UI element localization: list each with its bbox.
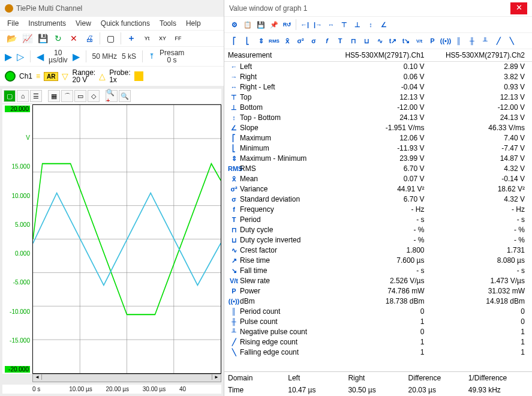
variance-icon[interactable]: σ²: [294, 34, 307, 47]
timebase-dec-icon[interactable]: ◀: [37, 51, 44, 62]
pin-icon[interactable]: 📌: [267, 18, 281, 31]
measure-icon: σ: [228, 195, 240, 204]
horizontal-scrollbar[interactable]: ◄ ►: [32, 374, 221, 382]
record-length[interactable]: 5 kS: [122, 52, 136, 61]
graph-home-icon[interactable]: ⌂: [17, 90, 29, 102]
min-icon[interactable]: ⎣: [241, 34, 254, 47]
period-icon[interactable]: T: [333, 34, 347, 47]
chart-open-icon[interactable]: 📈: [20, 32, 34, 45]
rise-icon[interactable]: t↗: [386, 34, 399, 47]
cursor-bottom-icon[interactable]: ⊥: [351, 18, 364, 31]
measure-value-ch1: 24.13 V: [336, 113, 437, 122]
menu-instruments[interactable]: Instruments: [28, 19, 66, 28]
pk-pk-icon[interactable]: ⇕: [254, 34, 267, 47]
power-icon[interactable]: P: [426, 34, 439, 47]
neg-pulse-icon[interactable]: ╨: [479, 34, 492, 47]
play-icon[interactable]: ▶: [5, 51, 12, 62]
graph-mode3-icon[interactable]: ◇: [88, 90, 100, 102]
rise-count-icon[interactable]: ╱: [492, 34, 505, 47]
graph-settings-icon[interactable]: ▢: [104, 32, 117, 45]
menu-tools[interactable]: Tools: [160, 19, 176, 28]
settings-icon[interactable]: ⚙: [228, 18, 241, 31]
cursor-vert-icon[interactable]: ↕: [364, 18, 377, 31]
crest-icon[interactable]: ∿: [373, 34, 386, 47]
delete-icon[interactable]: ✕: [67, 32, 80, 45]
graph-axis-icon[interactable]: ☰: [30, 90, 42, 102]
graph-toolbar: ▢ ⌂ ☰ ▦ ⌒ ▭ ◇ 🔍+ 🔍: [2, 89, 221, 103]
graph-mode1-icon[interactable]: ⌒: [61, 90, 73, 102]
duty-icon[interactable]: ⊓: [347, 34, 360, 47]
add-icon[interactable]: ＋: [125, 32, 138, 45]
range-value[interactable]: Range: 20 V: [72, 69, 95, 83]
measure-name: Left: [240, 62, 336, 71]
pulse-count-icon[interactable]: ╫: [465, 34, 479, 47]
sample-rate[interactable]: 50 MHz: [92, 52, 117, 61]
slew-icon[interactable]: V/t: [413, 34, 426, 47]
measurement-row: ∠Slope-1.951 V/ms46.33 V/ms: [224, 123, 532, 133]
measure-value-ch2: 24.13 V: [437, 113, 529, 122]
cursor-top-icon[interactable]: ⊤: [338, 18, 351, 31]
cursor-both-icon[interactable]: ↔: [324, 18, 338, 31]
value-window-title: Value window of graph 1: [229, 4, 308, 13]
play-once-icon[interactable]: ▷: [17, 51, 24, 62]
measure-icon: ∿: [228, 246, 240, 255]
measurement-row: σStandard deviation6.70 V4.32 V: [224, 194, 532, 205]
reset-icon[interactable]: R↺: [281, 18, 294, 31]
menu-file[interactable]: File: [7, 19, 19, 28]
value-window-pane: Value window of graph 1 ✕ ⚙ 📋 💾 📌 R↺ ←| …: [224, 0, 532, 396]
cursor-right-icon[interactable]: |→: [311, 18, 324, 31]
menu-help[interactable]: Help: [186, 19, 201, 28]
rms-icon[interactable]: RMS: [267, 34, 281, 47]
save-icon[interactable]: 💾: [36, 32, 49, 45]
graph-mode2-icon[interactable]: ▭: [74, 90, 86, 102]
range-dec-icon[interactable]: ▽: [62, 71, 68, 81]
ch1-enable-icon[interactable]: [5, 71, 16, 82]
zoom-in-icon[interactable]: 🔍+: [106, 90, 118, 102]
timebase-value[interactable]: 10 µs/div: [49, 49, 68, 64]
graph-grid-icon[interactable]: ▦: [48, 90, 60, 102]
mean-icon[interactable]: x̄: [281, 34, 294, 47]
autorange-button[interactable]: AR: [44, 72, 58, 81]
print-icon[interactable]: 🖨: [83, 32, 96, 45]
fft-mode-icon[interactable]: FF: [172, 32, 185, 45]
menu-view[interactable]: View: [76, 19, 91, 28]
dbm-icon[interactable]: ((•)): [439, 34, 452, 47]
graph-auto-icon[interactable]: ▢: [4, 90, 16, 102]
menu-quick-functions[interactable]: Quick functions: [101, 19, 150, 28]
save-values-icon[interactable]: 💾: [254, 18, 267, 31]
probe-badge-icon[interactable]: ▷: [134, 71, 143, 81]
timebase-inc-icon[interactable]: ▶: [73, 51, 80, 62]
ch1-bars-icon[interactable]: ≡: [36, 72, 40, 80]
fall-icon[interactable]: t↘: [399, 34, 413, 47]
zoom-out-icon[interactable]: 🔍: [119, 90, 131, 102]
xy-mode-icon[interactable]: XY: [156, 32, 169, 45]
duty-inv-icon[interactable]: ⊔: [360, 34, 373, 47]
measurement-header: Measurement HS5-530XM(27917).Ch1 HS5-530…: [224, 49, 532, 62]
yt-mode-icon[interactable]: Yt: [140, 32, 154, 45]
refresh-icon[interactable]: ↻: [52, 32, 65, 45]
freq-icon[interactable]: f: [320, 34, 333, 47]
measure-value-ch2: 46.33 V/ms: [437, 124, 529, 133]
period-count-icon[interactable]: ║: [452, 34, 465, 47]
range-inc-icon[interactable]: △: [99, 71, 106, 81]
clipboard-icon[interactable]: 📋: [241, 18, 254, 31]
timebase-row: ▶ ▷ ◀ 10 µs/div ▶ 50 MHz 5 kS ⤒ Presam 0…: [0, 47, 224, 67]
trigger-icon[interactable]: ⤒: [149, 52, 155, 61]
measure-name: Period count: [240, 307, 336, 316]
oscilloscope-plot[interactable]: [32, 104, 221, 374]
title-bar-right: Value window of graph 1 ✕: [224, 0, 532, 17]
open-icon[interactable]: 📂: [5, 32, 18, 45]
cursor-left-icon[interactable]: ←|: [298, 18, 311, 31]
fall-count-icon[interactable]: ╲: [505, 34, 518, 47]
stddev-icon[interactable]: σ: [307, 34, 320, 47]
cursor-slope-icon[interactable]: ∠: [377, 18, 390, 31]
measure-icon: RMS: [228, 164, 240, 173]
max-icon[interactable]: ⎡: [228, 34, 241, 47]
channel-row: Ch1 ≡ AR ▽ Range: 20 V △ Probe: 1x ▷: [0, 67, 224, 86]
probe-value[interactable]: Probe: 1x: [109, 69, 130, 83]
close-icon[interactable]: ✕: [510, 2, 527, 14]
measure-icon: ⊥: [228, 103, 240, 112]
presample[interactable]: Presam 0 s: [160, 49, 184, 64]
measure-name: Falling edge count: [240, 348, 336, 357]
measurement-row: ⎣Minimum-11.93 V-7.47 V: [224, 143, 532, 154]
